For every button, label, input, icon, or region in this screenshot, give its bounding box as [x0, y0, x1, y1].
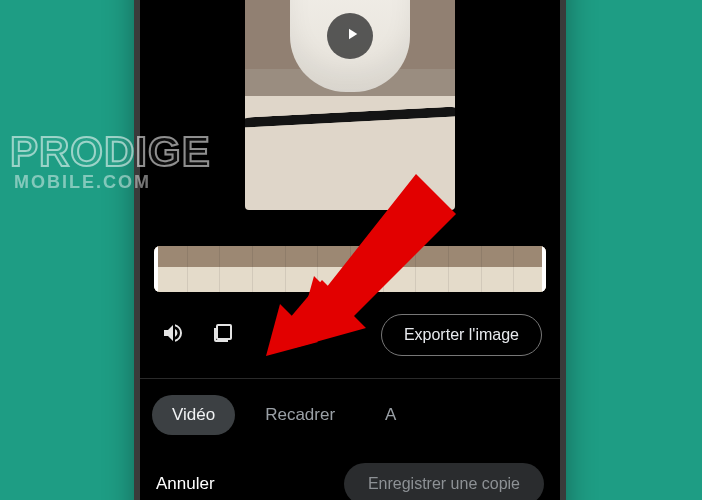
tab-video[interactable]: Vidéo [152, 395, 235, 435]
editor-tabs: Vidéo Recadrer A [140, 379, 560, 445]
save-copy-button[interactable]: Enregistrer une copie [344, 463, 544, 500]
editor-bottom-bar: Annuler Enregistrer une copie [140, 445, 560, 500]
watermark: PRODIGE MOBILE.COM [10, 128, 211, 193]
timeline-frames [154, 246, 546, 292]
video-preview-area [140, 0, 560, 236]
frame-export-button[interactable] [208, 320, 238, 350]
trim-handle-end[interactable] [542, 246, 546, 292]
play-icon [340, 25, 361, 47]
volume-icon [161, 321, 185, 349]
trim-handle-start[interactable] [154, 246, 158, 292]
frame-export-icon [211, 321, 235, 349]
video-timeline[interactable] [154, 246, 546, 292]
watermark-line1: PRODIGE [10, 128, 211, 176]
editor-screen: Exporter l'image Vidéo Recadrer A Annule… [140, 0, 560, 500]
play-button[interactable] [327, 13, 373, 59]
video-thumbnail[interactable] [245, 0, 455, 210]
volume-button[interactable] [158, 320, 188, 350]
thumbnail-cable [245, 106, 455, 136]
tab-crop[interactable]: Recadrer [245, 395, 355, 435]
tab-more[interactable]: A [365, 395, 416, 435]
phone-frame: Exporter l'image Vidéo Recadrer A Annule… [134, 0, 566, 500]
editor-toolbar: Exporter l'image [140, 292, 560, 372]
export-image-button[interactable]: Exporter l'image [381, 314, 542, 356]
cancel-button[interactable]: Annuler [156, 474, 215, 494]
